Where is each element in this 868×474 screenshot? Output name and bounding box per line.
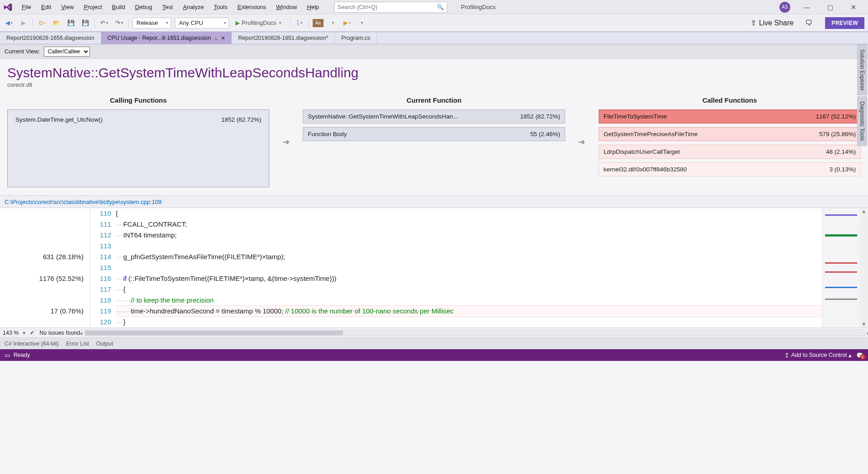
- feedback-button[interactable]: 🗨: [802, 19, 815, 27]
- document-tab[interactable]: Report20190828-1651.diagsession*: [232, 32, 335, 44]
- document-tab[interactable]: CPU Usage - Repor...8-1651.diagsession⟂✕: [101, 32, 232, 44]
- live-share-label: Live Share: [759, 19, 794, 27]
- arrow-icon: ➔: [280, 96, 292, 147]
- src-line[interactable]: ····g_pfnGetSystemTimeAsFileTime((FILETI…: [116, 251, 822, 262]
- scroll-left-icon[interactable]: ◂: [80, 330, 83, 337]
- src-metric: [0, 208, 84, 219]
- fn-name: LdrpDispatchUserCallTarget: [604, 148, 680, 155]
- open-file-button[interactable]: 📂: [51, 18, 62, 28]
- source-view: 631 (28.18%)1176 (52.52%)17 (0.76%) 1101…: [0, 208, 868, 327]
- src-line[interactable]: ····INT64·timestamp;: [116, 230, 822, 241]
- overview-ruler[interactable]: [822, 208, 860, 327]
- menu-view[interactable]: View: [56, 2, 78, 12]
- document-tab[interactable]: Report20190828-1656.diagsession: [0, 32, 101, 44]
- calling-function-row[interactable]: System.DateTime.get_UtcNow()1852 (82.72%…: [10, 113, 266, 127]
- src-line[interactable]: ····}: [116, 317, 822, 327]
- close-tab-icon[interactable]: ✕: [221, 35, 225, 41]
- undo-button[interactable]: ↶▾: [99, 18, 110, 28]
- scroll-thumb[interactable]: [85, 331, 343, 335]
- status-ready: Ready: [14, 352, 30, 358]
- zoom-level[interactable]: 143 %: [3, 330, 19, 336]
- src-code-body[interactable]: {····FCALL_CONTRACT;····INT64·timestamp;…: [116, 208, 822, 327]
- current-view-select[interactable]: Caller/Callee: [44, 47, 90, 57]
- menu-build[interactable]: Build: [108, 2, 130, 12]
- preview-button[interactable]: PREVIEW: [825, 17, 864, 29]
- fn-name: kernel32.dll!0x007ff846b32580: [604, 166, 687, 173]
- src-line[interactable]: ····if·(::FileTimeToSystemTime((FILETIME…: [116, 273, 822, 284]
- side-tab-diagnostic tools[interactable]: Diagnostic Tools: [857, 96, 867, 146]
- called-function-row[interactable]: FileTimeToSystemTime1167 (52.12%): [599, 109, 861, 123]
- menu-analyze[interactable]: Analyze: [178, 2, 208, 12]
- menu-debug[interactable]: Debug: [131, 2, 157, 12]
- scroll-down-icon[interactable]: ▼: [861, 321, 867, 327]
- arrow-icon: ➔: [576, 96, 588, 147]
- menu-window[interactable]: Window: [272, 2, 301, 12]
- called-function-row[interactable]: LdrpDispatchUserCallTarget48 (2.14%): [599, 145, 861, 159]
- bottom-tab[interactable]: Output: [96, 341, 113, 347]
- editor-status-bar: 143 %▾ ✔ No issues found ◂ ▸: [0, 327, 868, 337]
- source-path-bar[interactable]: C:\Projects\coreclr\src\classlibnative\b…: [0, 195, 868, 208]
- save-button[interactable]: 💾: [66, 18, 76, 28]
- solution-config-combo[interactable]: Release: [132, 18, 171, 28]
- fn-name: FileTimeToSystemTime: [604, 113, 667, 120]
- called-function-row[interactable]: GetSystemTimePreciseAsFileTime579 (25.86…: [599, 127, 861, 141]
- horizontal-scrollbar[interactable]: ◂ ▸: [84, 330, 865, 336]
- function-module: coreclr.dll: [7, 81, 861, 88]
- menu-help[interactable]: Help: [302, 2, 324, 12]
- pin-icon[interactable]: ⟂: [215, 36, 217, 41]
- main-menu: FileEditViewProjectBuildDebugTestAnalyze…: [17, 2, 324, 12]
- function-body-row[interactable]: Function Body 55 (2.46%): [303, 127, 565, 141]
- src-line[interactable]: [116, 262, 822, 273]
- menu-edit[interactable]: Edit: [37, 2, 56, 12]
- minimize-button[interactable]: —: [796, 1, 817, 14]
- solution-platform-combo[interactable]: Any CPU: [175, 18, 229, 28]
- save-all-button[interactable]: 💾: [80, 18, 91, 28]
- nav-back-button[interactable]: ◀▾: [4, 18, 14, 28]
- start-without-debug-button[interactable]: ▶▾: [342, 18, 352, 28]
- live-share-button[interactable]: ⇪ Live Share: [745, 19, 799, 27]
- bottom-tab[interactable]: C# Interactive (64-bit): [5, 341, 59, 347]
- tab-label: Report20190828-1651.diagsession*: [238, 35, 328, 41]
- src-line[interactable]: [116, 241, 822, 251]
- step-into-button[interactable]: ⤵▾: [294, 18, 305, 28]
- redo-button[interactable]: ↷▾: [113, 18, 125, 28]
- vertical-scrollbar[interactable]: ▲ ▼: [860, 208, 868, 327]
- menu-project[interactable]: Project: [79, 2, 106, 12]
- menu-test[interactable]: Test: [158, 2, 178, 12]
- search-input[interactable]: [338, 4, 428, 10]
- menu-extensions[interactable]: Extensions: [233, 2, 271, 12]
- solution-name: ProfilingDocs: [456, 3, 500, 11]
- src-line[interactable]: ····FCALL_CONTRACT;: [116, 219, 822, 230]
- fn-metric: 48 (2.14%): [826, 148, 856, 155]
- bottom-tab[interactable]: Error List: [66, 341, 89, 347]
- nav-forward-button[interactable]: ▶: [18, 18, 29, 28]
- menu-file[interactable]: File: [17, 2, 36, 12]
- src-metric: 631 (28.18%): [0, 251, 84, 262]
- called-function-row[interactable]: kernel32.dll!0x007ff846b325803 (0.13%): [599, 162, 861, 176]
- side-tab-solution explorer[interactable]: Solution Explorer: [857, 44, 867, 95]
- maximize-button[interactable]: ▢: [819, 1, 841, 14]
- source-control-button[interactable]: ↥ Add to Source Control ▴: [784, 352, 852, 359]
- notifications-button[interactable]: 💬 1: [856, 352, 863, 359]
- src-line[interactable]: {: [116, 208, 822, 219]
- new-project-button[interactable]: ⧉▾: [37, 18, 47, 28]
- function-name: SystemNative::GetSystemTimeWithLeapSecon…: [7, 65, 861, 81]
- tab-label: Report20190828-1656.diagsession: [6, 35, 94, 41]
- src-line[interactable]: ········//·to·keep·the·time·precision: [116, 295, 822, 306]
- issues-label[interactable]: No issues found: [39, 330, 80, 336]
- src-line[interactable]: ····{: [116, 284, 822, 295]
- src-lineno: 111: [90, 219, 111, 230]
- menu-tools[interactable]: Tools: [209, 2, 232, 12]
- find-in-files-button[interactable]: Aa: [313, 19, 324, 27]
- src-line[interactable]: ········time->hundredNanoSecond·=·timest…: [116, 306, 822, 317]
- start-debug-button[interactable]: ▶ ProfilingDocs ▾: [233, 18, 286, 28]
- output-window-icon[interactable]: ▭: [5, 352, 10, 359]
- document-tab[interactable]: Program.cs: [335, 32, 377, 44]
- current-function-row[interactable]: SystemNative::GetSystemTimeWithLeapSecon…: [303, 109, 565, 123]
- close-button[interactable]: ✕: [843, 1, 864, 14]
- scc-label: Add to Source Control: [791, 352, 847, 358]
- current-metric: 1852 (82.72%): [520, 113, 560, 120]
- quick-launch[interactable]: 🔍: [334, 2, 447, 13]
- user-avatar[interactable]: AS: [779, 2, 790, 13]
- scroll-up-icon[interactable]: ▲: [861, 208, 867, 214]
